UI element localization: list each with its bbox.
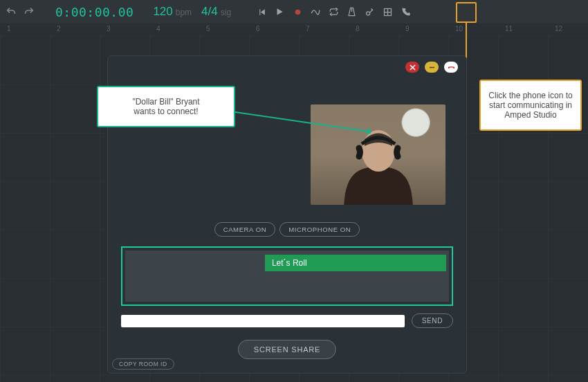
minimize-button[interactable] (425, 62, 439, 73)
ruler-tick: 9 (405, 25, 410, 33)
callout-box: "Dollar Bill" Bryant wants to connect! (97, 86, 235, 127)
end-call-button[interactable] (444, 62, 458, 73)
tooltip-box: Click the phone icon to start communicat… (479, 80, 582, 131)
ruler-tick: 8 (356, 25, 360, 33)
ruler-tick: 10 (455, 25, 463, 33)
redo-icon[interactable] (22, 5, 36, 19)
callout-line2: wants to connect! (112, 107, 220, 116)
timesig-value: 4/4 (201, 5, 218, 19)
timesig-unit: sig (221, 8, 231, 17)
ruler-tick: 1 (7, 25, 11, 33)
ruler-tick: 5 (206, 25, 210, 33)
phone-icon[interactable] (398, 5, 412, 19)
chat-area: Let´s Roll (121, 246, 453, 306)
callout-line1: "Dollar Bill" Bryant (112, 97, 220, 107)
svg-point-0 (295, 9, 300, 15)
record-icon[interactable] (291, 5, 304, 19)
tempo-unit: bpm (176, 8, 192, 17)
snap-icon[interactable] (380, 5, 394, 19)
tooltip-text: Click the phone icon to start communicat… (488, 91, 572, 120)
chat-scroll[interactable]: Let´s Roll (125, 251, 449, 302)
loop-icon[interactable] (327, 5, 340, 19)
microphone-on-button[interactable]: MICROPHONE ON (279, 222, 360, 237)
ruler-tick: 6 (256, 25, 260, 33)
ruler-tick: 2 (57, 25, 61, 33)
chat-input-row: SEND (121, 313, 453, 328)
ruler-tick: 3 (107, 25, 111, 33)
ruler-tick: 11 (505, 25, 513, 33)
undo-icon[interactable] (4, 5, 18, 19)
top-toolbar: 0:00:00.00 120 bpm 4/4 sig (0, 0, 588, 24)
ruler-tick: 7 (306, 25, 310, 33)
copy-room-id-button[interactable]: COPY ROOM ID (112, 358, 174, 370)
media-controls: CAMERA ON MICROPHONE ON (108, 222, 466, 237)
timesig-display[interactable]: 4/4 sig (201, 5, 231, 19)
screen-share-button[interactable]: SCREEN SHARE (238, 340, 336, 359)
automation-icon[interactable] (309, 5, 322, 19)
send-button[interactable]: SEND (412, 313, 453, 328)
ruler-tick: 12 (555, 25, 562, 33)
tempo-display[interactable]: 120 bpm (153, 5, 192, 19)
ruler-tick: 4 (156, 25, 160, 33)
camera-on-button[interactable]: CAMERA ON (214, 222, 275, 237)
chat-message: Let´s Roll (265, 255, 446, 271)
skip-back-icon[interactable] (255, 5, 268, 19)
svg-point-1 (367, 11, 370, 15)
tuner-icon[interactable] (362, 5, 376, 19)
play-icon[interactable] (273, 5, 286, 19)
video-feed[interactable] (311, 104, 445, 205)
tempo-value: 120 (153, 5, 172, 19)
metronome-icon[interactable] (344, 5, 358, 19)
chat-input[interactable] (121, 315, 405, 327)
person-avatar (330, 108, 427, 205)
time-display[interactable]: 0:00:00.00 (55, 5, 134, 19)
timeline-ruler[interactable]: 123456789101112 (0, 24, 588, 36)
window-buttons (405, 62, 458, 73)
close-button[interactable] (405, 62, 419, 73)
